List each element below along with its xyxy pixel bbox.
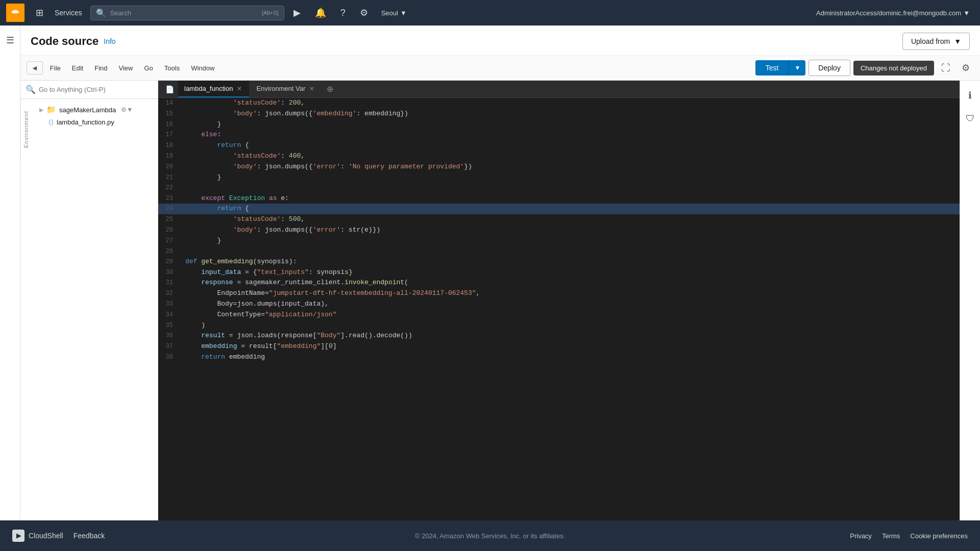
code-line: 36 result = json.loads(response["Body"].… bbox=[158, 331, 960, 341]
editor-settings-btn[interactable]: ⚙ bbox=[958, 60, 974, 76]
top-navigation: aws ⊞ Services 🔍 [Alt+S] ▶ 🔔 ? ⚙ Seoul ▼… bbox=[0, 0, 980, 26]
copyright-text: © 2024, Amazon Web Services, Inc. or its… bbox=[415, 532, 566, 540]
code-line: 31 response = sagemaker_runtime_client.i… bbox=[158, 278, 960, 288]
editor-tabs: 📄 lambda_function ✕ Environment Var ✕ ⊕ bbox=[158, 81, 960, 98]
info-link[interactable]: Info bbox=[104, 37, 115, 45]
terminal-icon-btn[interactable]: ▶ bbox=[288, 4, 306, 21]
test-dropdown-btn[interactable]: ▼ bbox=[789, 60, 805, 76]
upload-btn-label: Upload from bbox=[911, 37, 950, 45]
editor-toolbar: ◄ File Edit Find View Go Tools Window Te… bbox=[20, 56, 980, 81]
code-line: 22 bbox=[158, 183, 960, 193]
code-line: 25 'statusCode': 500, bbox=[158, 214, 960, 225]
region-label: Seoul bbox=[381, 9, 398, 17]
code-line: 17 else: bbox=[158, 130, 960, 140]
terms-link[interactable]: Terms bbox=[882, 532, 900, 540]
aws-logo[interactable]: aws bbox=[6, 4, 24, 22]
tab-env-close[interactable]: ✕ bbox=[308, 85, 315, 92]
bottom-bar: ▶ CloudShell Feedback © 2024, Amazon Web… bbox=[0, 520, 980, 551]
cloudshell-label: CloudShell bbox=[29, 532, 63, 540]
search-bar[interactable]: 🔍 [Alt+S] bbox=[90, 6, 284, 20]
account-selector[interactable]: AdministratorAccess/dominic.frei@mongodb… bbox=[812, 6, 974, 20]
code-line: 27 } bbox=[158, 236, 960, 246]
grid-icon[interactable]: ⊞ bbox=[33, 4, 46, 21]
code-line: 21 } bbox=[158, 172, 960, 183]
code-line: 14 'statusCode': 200, bbox=[158, 98, 960, 109]
window-menu[interactable]: Window bbox=[187, 62, 218, 74]
code-source-title-row: Code source Info bbox=[31, 35, 116, 48]
sidebar-toggle-btn[interactable]: ☰ bbox=[3, 32, 17, 49]
deploy-btn[interactable]: Deploy bbox=[808, 60, 850, 76]
tab-environment-var[interactable]: Environment Var ✕ bbox=[250, 81, 322, 97]
code-line: 35 ) bbox=[158, 320, 960, 331]
code-line: 16 } bbox=[158, 119, 960, 130]
settings-icon-btn[interactable]: ⚙ bbox=[355, 4, 373, 21]
file-tree-inner: ▶ 📁 sageMakerLambda ⚙▼ ⟨⟩ lambda_functio… bbox=[31, 99, 158, 520]
view-menu[interactable]: View bbox=[115, 62, 137, 74]
file-menu[interactable]: File bbox=[46, 62, 65, 74]
go-menu[interactable]: Go bbox=[140, 62, 157, 74]
edit-menu[interactable]: Edit bbox=[68, 62, 87, 74]
services-label[interactable]: Services bbox=[51, 6, 86, 20]
upload-from-button[interactable]: Upload from ▼ bbox=[902, 33, 970, 50]
folder-settings-btn[interactable]: ⚙▼ bbox=[121, 106, 133, 113]
feedback-link[interactable]: Feedback bbox=[74, 532, 105, 540]
upload-dropdown-icon: ▼ bbox=[954, 37, 961, 45]
content-area: Code source Info Upload from ▼ ◄ File Ed… bbox=[20, 26, 980, 520]
cloudshell-btn[interactable]: ▶ CloudShell bbox=[12, 530, 63, 542]
search-input[interactable] bbox=[110, 9, 258, 17]
folder-row-sagemaker[interactable]: ▶ 📁 sageMakerLambda ⚙▼ bbox=[37, 103, 154, 116]
file-tree-panel: 🔍 Environment ▶ 📁 sageMakerLambda ⚙▼ bbox=[20, 81, 158, 520]
code-line: 23 except Exception as e: bbox=[158, 193, 960, 204]
find-menu[interactable]: Find bbox=[90, 62, 111, 74]
svg-text:aws: aws bbox=[13, 11, 18, 14]
back-btn[interactable]: ◄ bbox=[27, 61, 43, 74]
file-search-icon: 🔍 bbox=[26, 85, 36, 94]
file-tree-search[interactable]: 🔍 bbox=[20, 81, 158, 99]
region-selector[interactable]: Seoul ▼ bbox=[377, 6, 411, 20]
account-dropdown-icon: ▼ bbox=[963, 9, 970, 17]
code-line: 32 EndpointName="jumpstart-dft-hf-textem… bbox=[158, 288, 960, 299]
privacy-link[interactable]: Privacy bbox=[850, 532, 872, 540]
notifications-icon-btn[interactable]: 🔔 bbox=[310, 4, 331, 21]
search-icon: 🔍 bbox=[96, 8, 106, 18]
folder-icon: 📁 bbox=[46, 105, 56, 114]
cookie-link[interactable]: Cookie preferences bbox=[910, 532, 968, 540]
search-shortcut: [Alt+S] bbox=[262, 10, 279, 16]
fullscreen-btn[interactable]: ⛶ bbox=[937, 60, 954, 76]
code-line: 18 return { bbox=[158, 140, 960, 151]
code-editor: 📄 lambda_function ✕ Environment Var ✕ ⊕ bbox=[158, 81, 960, 520]
changes-badge: Changes not deployed bbox=[853, 61, 934, 76]
main-layout: ☰ Code source Info Upload from ▼ ◄ File … bbox=[0, 26, 980, 520]
help-icon-btn[interactable]: ? bbox=[335, 5, 351, 21]
test-btn-group: Test ▼ bbox=[755, 60, 806, 76]
cloudshell-icon: ▶ bbox=[12, 530, 24, 542]
code-content[interactable]: 14 'statusCode': 200, 15 'body': json.du… bbox=[158, 98, 960, 520]
folder-label: sageMakerLambda bbox=[59, 106, 116, 114]
tools-menu[interactable]: Tools bbox=[160, 62, 184, 74]
code-line: 38 return embedding bbox=[158, 352, 960, 363]
code-line: 19 'statusCode': 400, bbox=[158, 151, 960, 162]
file-icon: ⟨⟩ bbox=[48, 118, 54, 126]
editor-main: 🔍 Environment ▶ 📁 sageMakerLambda ⚙▼ bbox=[20, 81, 980, 520]
code-line: 26 'body': json.dumps({'error': str(e)}) bbox=[158, 225, 960, 236]
tab-lambda-function[interactable]: lambda_function ✕ bbox=[178, 81, 249, 97]
shield-panel-btn[interactable]: 🛡 bbox=[963, 110, 978, 127]
code-line: 20 'body': json.dumps({'error': 'No quer… bbox=[158, 162, 960, 172]
tab-env-label: Environment Var bbox=[256, 85, 305, 92]
sidebar-toggle-panel: ☰ bbox=[0, 26, 20, 520]
folder-expand-icon: ▶ bbox=[39, 107, 43, 113]
environment-label: Environment bbox=[20, 99, 31, 160]
region-dropdown-icon: ▼ bbox=[400, 9, 407, 17]
code-line: 34 ContentType="application/json" bbox=[158, 310, 960, 320]
tab-add-btn[interactable]: ⊕ bbox=[323, 81, 337, 97]
goto-input[interactable] bbox=[39, 86, 153, 93]
code-line: 33 Body=json.dumps(input_data), bbox=[158, 299, 960, 310]
code-line: 30 input_data = {"text_inputs": synopsis… bbox=[158, 267, 960, 278]
test-main-btn[interactable]: Test bbox=[755, 60, 789, 76]
file-row-lambda[interactable]: ⟨⟩ lambda_function.py bbox=[37, 116, 154, 128]
code-lines: 14 'statusCode': 200, 15 'body': json.du… bbox=[158, 98, 960, 363]
tab-lambda-close[interactable]: ✕ bbox=[236, 85, 243, 92]
file-label: lambda_function.py bbox=[57, 118, 114, 126]
info-panel-btn[interactable]: ℹ bbox=[965, 87, 975, 104]
right-panel: ℹ 🛡 bbox=[960, 81, 980, 520]
